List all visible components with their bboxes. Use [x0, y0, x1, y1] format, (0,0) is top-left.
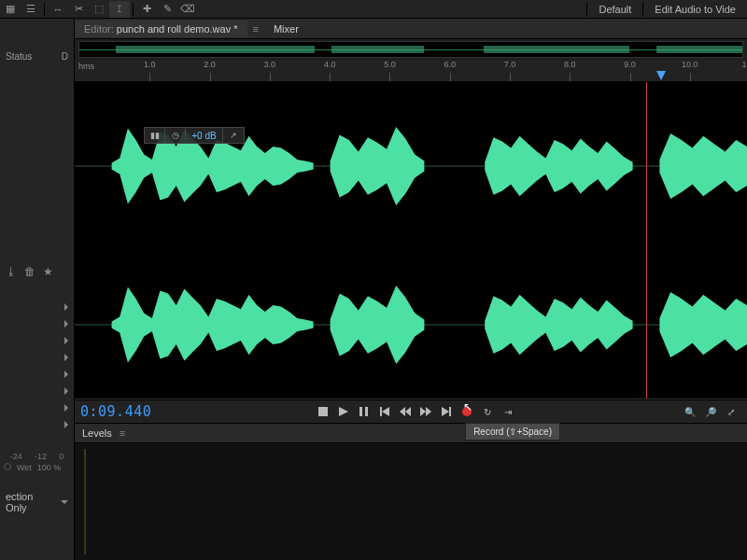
fx-slot[interactable]: [0, 349, 74, 366]
svg-rect-13: [365, 407, 368, 416]
waveform-editor[interactable]: ▮▮ ◷ +0 dB ↗: [75, 82, 747, 399]
rewind-button[interactable]: [396, 402, 415, 421]
ruler-tick: 6.0: [436, 60, 464, 69]
svg-marker-18: [420, 407, 426, 416]
transport-bar: 0:09.440 ↻ ⇥ 🔍 🔎 ⤢: [75, 399, 747, 424]
playhead-marker-icon[interactable]: [656, 71, 666, 80]
gain-value[interactable]: +0 dB: [186, 128, 223, 143]
zoom-out-button[interactable]: 🔎: [701, 402, 720, 421]
import-icon[interactable]: ⭳: [6, 265, 17, 278]
status-label: Status: [6, 51, 62, 62]
chevron-right-icon: [64, 421, 68, 428]
panel-menu-icon[interactable]: ≡: [120, 427, 125, 439]
dirty-marker: *: [233, 23, 237, 35]
brush-tool-icon[interactable]: ✎: [157, 1, 177, 18]
ruler-tick: 4.0: [316, 60, 344, 69]
fx-slot[interactable]: [0, 299, 74, 315]
gain-hud[interactable]: ▮▮ ◷ +0 dB ↗: [144, 127, 245, 144]
time-ruler[interactable]: hms 1.02.03.04.05.06.07.08.09.010.011.0: [75, 60, 747, 82]
pause-button[interactable]: [355, 402, 374, 421]
ruler-tick: 8.0: [556, 60, 584, 69]
gain-clock-icon[interactable]: ◷: [165, 128, 186, 143]
chevron-right-icon: [64, 320, 68, 328]
wet-value: 100 %: [37, 463, 62, 472]
skip-selection-button[interactable]: ⇥: [499, 402, 517, 421]
move-tool-icon[interactable]: ↔: [48, 1, 68, 18]
levels-panel-body: [75, 442, 747, 560]
levels-panel-header[interactable]: Levels ≡: [75, 424, 747, 442]
svg-marker-17: [405, 407, 411, 416]
playhead-line[interactable]: [646, 82, 647, 399]
loop-button[interactable]: ↻: [478, 402, 497, 421]
timecode-display[interactable]: 0:09.440: [80, 403, 151, 420]
waveform-view-icon[interactable]: ▦: [0, 1, 21, 18]
svg-rect-21: [449, 407, 451, 416]
selection-only-dropdown[interactable]: ection Only: [0, 487, 74, 517]
svg-marker-9: [659, 292, 747, 357]
favorite-icon[interactable]: ★: [43, 265, 53, 278]
trash-icon[interactable]: 🗑: [24, 265, 35, 278]
tooltip-record: Record (⇧+Space): [465, 423, 560, 441]
gain-bars-icon[interactable]: ▮▮: [145, 128, 165, 143]
editor-main: Editor: punch and roll demo.wav * ≡ Mixe…: [75, 19, 747, 560]
svg-marker-8: [485, 295, 632, 355]
svg-marker-20: [442, 407, 449, 416]
chevron-right-icon: [64, 387, 68, 395]
eraser-tool-icon[interactable]: ⌫: [177, 1, 198, 18]
chevron-right-icon: [64, 371, 68, 378]
play-button[interactable]: [334, 402, 353, 421]
ruler-tick: 2.0: [196, 60, 224, 69]
bypass-toggle-icon[interactable]: [4, 463, 11, 470]
fast-forward-button[interactable]: [416, 402, 435, 421]
razor-tool-icon[interactable]: ✂: [68, 1, 89, 18]
heal-tool-icon[interactable]: ✚: [136, 1, 157, 18]
chevron-right-icon: [64, 354, 68, 361]
fx-slot[interactable]: [0, 416, 74, 433]
meter-tick: -12: [35, 452, 47, 461]
marquee-tool-icon[interactable]: ⬚: [89, 1, 109, 18]
svg-marker-4: [659, 133, 747, 199]
meter-tick: -24: [10, 452, 22, 461]
selection-only-label: ection Only: [6, 491, 55, 513]
zoom-in-button[interactable]: 🔍: [681, 402, 699, 421]
fx-slot[interactable]: [0, 399, 74, 416]
chevron-right-icon: [64, 303, 68, 311]
workspace-edit-audio-button[interactable]: Edit Audio to Vide: [642, 2, 747, 17]
svg-point-22: [462, 407, 472, 416]
toolbar-divider: [44, 3, 45, 16]
panel-menu-icon[interactable]: ≡: [247, 23, 264, 35]
workspace-default-button[interactable]: Default: [586, 2, 642, 17]
svg-marker-15: [382, 407, 389, 416]
svg-marker-2: [331, 127, 425, 205]
chevron-right-icon: [64, 337, 68, 344]
chevron-down-icon: [61, 500, 68, 504]
svg-marker-16: [400, 407, 405, 416]
fx-slot[interactable]: [0, 366, 74, 383]
left-sidebar: Status D ⭳ 🗑 ★ -24 -12 0 Wet 100 % ectio…: [0, 19, 75, 560]
svg-rect-14: [380, 407, 382, 416]
fx-slot[interactable]: [0, 383, 74, 399]
tab-editor[interactable]: Editor: punch and roll demo.wav *: [75, 21, 247, 37]
svg-rect-10: [318, 407, 328, 416]
record-button[interactable]: [458, 402, 476, 421]
sidebar-actions: ⭳ 🗑 ★: [0, 261, 74, 282]
toolbar-divider: [133, 3, 134, 16]
zoom-fit-button[interactable]: ⤢: [722, 402, 740, 421]
file-status-header: Status D: [0, 19, 74, 65]
time-select-tool-icon[interactable]: 𝙸: [109, 1, 130, 18]
skip-previous-button[interactable]: [375, 402, 394, 421]
chevron-right-icon: [64, 404, 68, 412]
tab-mixer[interactable]: Mixer: [264, 21, 308, 37]
fx-slot[interactable]: [0, 315, 74, 332]
fx-slot[interactable]: [0, 332, 74, 349]
skip-next-button[interactable]: [437, 402, 456, 421]
ruler-tick: 10.0: [676, 60, 704, 69]
gain-pin-icon[interactable]: ↗: [223, 128, 244, 143]
editor-tabbar: Editor: punch and roll demo.wav * ≡ Mixe…: [75, 19, 747, 39]
svg-marker-3: [485, 136, 632, 196]
stop-button[interactable]: [314, 402, 332, 421]
ruler-tick: 1.0: [135, 60, 163, 69]
multitrack-view-icon[interactable]: ☰: [21, 1, 41, 18]
ruler-tick: 7.0: [496, 60, 524, 69]
overview-waveform[interactable]: [78, 41, 743, 58]
